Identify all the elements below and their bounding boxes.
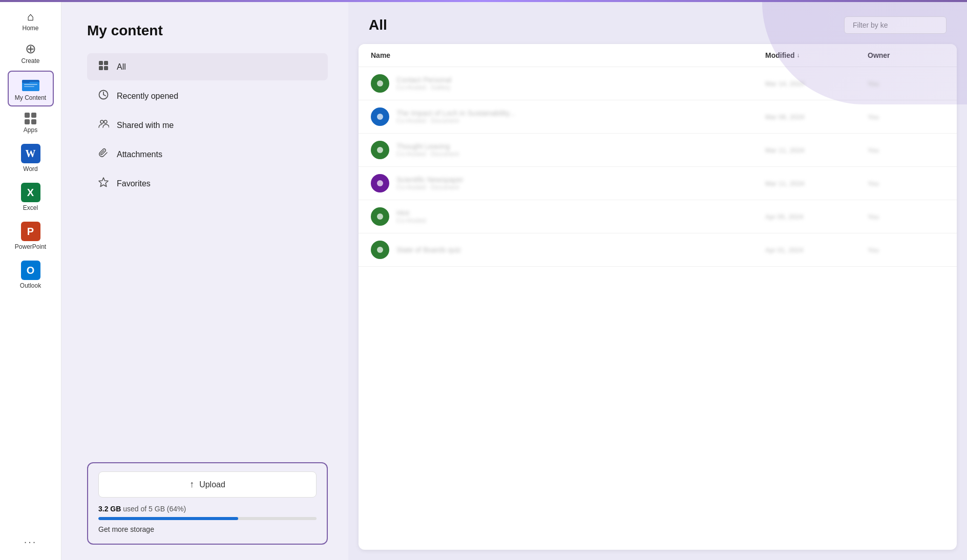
sidebar-item-apps-label: Apps <box>24 126 37 134</box>
file-date: Apr 05, 2024 <box>765 213 868 221</box>
excel-icon: X <box>21 183 40 202</box>
table-body: Contact Personal Co-Hosted · Gallery Mar… <box>359 67 957 267</box>
svg-rect-5 <box>99 61 103 65</box>
file-name-block: State of Boards quiz <box>396 246 461 254</box>
file-owner: You <box>868 246 944 254</box>
nav-item-attachments[interactable]: Attachments <box>87 141 328 168</box>
sidebar-item-word[interactable]: W Word <box>8 140 54 177</box>
file-subtitle: Co-Hosted · Gallery <box>396 84 451 91</box>
file-icon <box>371 241 389 259</box>
file-info: Contact Personal Co-Hosted · Gallery <box>371 74 765 93</box>
table-row[interactable]: The Impact of Loch in Sustainability... … <box>359 100 957 134</box>
favorites-icon <box>97 177 110 190</box>
file-icon <box>371 174 389 192</box>
filter-input[interactable] <box>844 16 947 34</box>
panel-title: My content <box>87 23 328 39</box>
file-date: Mar 11, 2024 <box>765 146 868 154</box>
storage-bar-fill <box>98 517 238 520</box>
file-name: Scientific Newspaper <box>396 176 464 184</box>
recently-icon <box>97 89 110 103</box>
upload-button[interactable]: ↑ Upload <box>98 471 317 498</box>
more-icon: ··· <box>24 536 37 548</box>
sidebar-item-excel-label: Excel <box>23 204 38 211</box>
upload-arrow-icon: ↑ <box>190 479 194 490</box>
svg-point-17 <box>377 213 383 220</box>
file-name-block: Contact Personal Co-Hosted · Gallery <box>396 76 451 91</box>
file-date: Mar 14, 2024 <box>765 80 868 88</box>
nav-item-shared[interactable]: Shared with me <box>87 112 328 139</box>
column-modified[interactable]: Modified ↓ <box>765 51 868 59</box>
sidebar-item-excel[interactable]: X Excel <box>8 179 54 216</box>
svg-marker-12 <box>99 178 108 187</box>
home-icon: ⌂ <box>27 11 34 23</box>
sidebar-item-powerpoint-label: PowerPoint <box>15 243 46 250</box>
left-panel: My content All <box>61 2 348 560</box>
sidebar-item-home[interactable]: ⌂ Home <box>8 7 54 36</box>
svg-point-11 <box>104 120 107 123</box>
file-owner: You <box>868 213 944 221</box>
file-subtitle: Co-Hosted <box>396 217 426 224</box>
shared-icon <box>97 118 110 132</box>
svg-rect-8 <box>104 66 108 70</box>
file-subtitle: Co-Hosted · Document <box>396 184 464 191</box>
table-header: Name Modified ↓ Owner <box>359 44 957 67</box>
file-icon <box>371 107 389 126</box>
file-date: Mar 08, 2024 <box>765 113 868 121</box>
table-row[interactable]: Scientific Newspaper Co-Hosted · Documen… <box>359 167 957 200</box>
svg-point-16 <box>377 180 383 186</box>
file-info: Thought Leaving Co-Hosted · Document <box>371 141 765 159</box>
sidebar-item-powerpoint[interactable]: P PowerPoint <box>8 218 54 254</box>
get-more-storage-link[interactable]: Get more storage <box>98 525 317 533</box>
attachments-icon <box>97 147 110 161</box>
file-name-block: Thought Leaving Co-Hosted · Document <box>396 142 459 158</box>
svg-rect-4 <box>24 86 34 87</box>
file-info: Hint Co-Hosted <box>371 207 765 226</box>
sidebar-item-home-label: Home <box>22 25 38 32</box>
file-name: Hint <box>396 209 426 217</box>
file-table: Name Modified ↓ Owner <box>359 44 957 550</box>
nav-item-all[interactable]: All <box>87 53 328 80</box>
svg-point-15 <box>377 147 383 153</box>
table-row[interactable]: Contact Personal Co-Hosted · Gallery Mar… <box>359 67 957 100</box>
nav-item-favorites[interactable]: Favorites <box>87 170 328 197</box>
table-row[interactable]: Thought Leaving Co-Hosted · Document Mar… <box>359 134 957 167</box>
file-name: State of Boards quiz <box>396 246 461 254</box>
sort-arrow-icon: ↓ <box>797 52 800 59</box>
sidebar-item-create-label: Create <box>21 57 39 64</box>
file-subtitle: Co-Hosted · Document <box>396 117 515 124</box>
nav-item-recently-label: Recently opened <box>117 92 178 101</box>
nav-item-attachments-label: Attachments <box>117 150 162 159</box>
svg-point-14 <box>377 114 383 120</box>
file-name-block: Scientific Newspaper Co-Hosted · Documen… <box>396 176 464 191</box>
table-row[interactable]: Hint Co-Hosted Apr 05, 2024 You <box>359 200 957 233</box>
file-icon <box>371 141 389 159</box>
file-name-block: Hint Co-Hosted <box>396 209 426 224</box>
sidebar-item-apps[interactable]: Apps <box>8 109 54 138</box>
create-icon: ⊕ <box>25 42 36 55</box>
file-info: Scientific Newspaper Co-Hosted · Documen… <box>371 174 765 192</box>
sidebar: ⌂ Home ⊕ Create My Content <box>0 2 61 560</box>
table-row[interactable]: State of Boards quiz Apr 01, 2024 You <box>359 233 957 267</box>
sidebar-item-more[interactable]: ··· <box>8 532 54 552</box>
nav-list: All Recently opened <box>87 53 328 197</box>
sidebar-item-mycontent[interactable]: My Content <box>8 71 54 106</box>
storage-bar <box>98 517 317 520</box>
sidebar-item-create[interactable]: ⊕ Create <box>8 38 54 69</box>
powerpoint-icon: P <box>21 222 40 241</box>
file-owner: You <box>868 80 944 88</box>
sidebar-item-outlook-label: Outlook <box>20 282 41 289</box>
file-date: Apr 01, 2024 <box>765 246 868 254</box>
nav-item-recently[interactable]: Recently opened <box>87 82 328 110</box>
file-icon <box>371 74 389 93</box>
nav-item-all-label: All <box>117 62 126 72</box>
sidebar-item-outlook[interactable]: O Outlook <box>8 256 54 293</box>
nav-item-favorites-label: Favorites <box>117 179 151 188</box>
file-date: Mar 11, 2024 <box>765 180 868 187</box>
file-name-block: The Impact of Loch in Sustainability... … <box>396 109 515 124</box>
column-owner: Owner <box>868 51 944 59</box>
right-panel: All Name Modified ↓ Owner <box>348 2 967 560</box>
nav-item-shared-label: Shared with me <box>117 121 174 130</box>
file-name: Contact Personal <box>396 76 451 84</box>
right-panel-header: All <box>348 2 967 44</box>
storage-used: 3.2 GB <box>98 505 121 513</box>
